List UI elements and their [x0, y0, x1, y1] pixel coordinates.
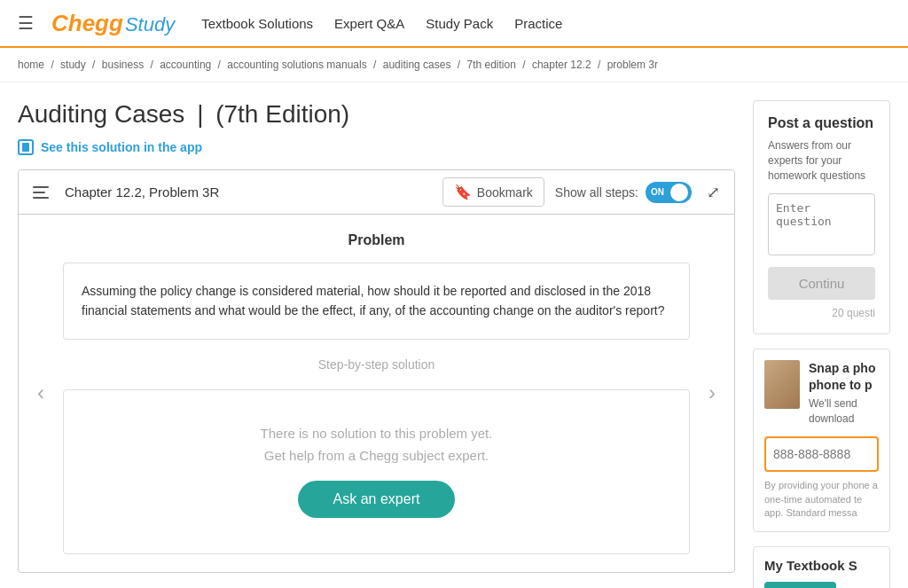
problem-box: Assuming the policy change is considered… [63, 263, 690, 340]
breadcrumb-7th-edition[interactable]: 7th edition [466, 59, 515, 71]
phone-icon [18, 139, 34, 155]
snap-header: Snap a pho phone to p We'll send downloa… [764, 360, 879, 426]
sidebar: Post a question Answers from our experts… [753, 100, 890, 588]
post-question-title: Post a question [768, 115, 875, 131]
next-arrow[interactable]: › [690, 232, 734, 554]
page-title: Auditing Cases | (7th Edition) [18, 100, 735, 129]
snap-card: Snap a pho phone to p We'll send downloa… [753, 349, 890, 531]
show-steps-control: Show all steps: ON [555, 182, 692, 203]
breadcrumb-accounting[interactable]: accounting [160, 59, 211, 71]
prev-arrow[interactable]: ‹ [19, 232, 63, 554]
breadcrumb: home / study / business / accounting / a… [0, 48, 908, 82]
solution-box: There is no solution to this problem yet… [63, 389, 690, 554]
list-icon[interactable] [29, 180, 54, 205]
snap-desc: We'll send download [809, 396, 879, 427]
logo-chegg: Chegg [51, 10, 123, 37]
snap-text-area: Snap a pho phone to p We'll send downloa… [809, 360, 879, 426]
breadcrumb-solutions-manuals[interactable]: accounting solutions manuals [227, 59, 366, 71]
step-solution-label: Step-by-step solution [63, 357, 690, 372]
post-question-card: Post a question Answers from our experts… [753, 100, 890, 334]
get-help-text: Get help from a Chegg subject expert. [82, 448, 671, 463]
toggle-thumb [670, 184, 688, 201]
nav-expert-qa[interactable]: Expert Q&A [334, 16, 404, 31]
main-header: ☰ Chegg Study Textbook Solutions Expert … [0, 0, 908, 48]
breadcrumb-study[interactable]: study [60, 59, 86, 71]
nav-practice[interactable]: Practice [514, 16, 562, 31]
main-nav: Textbook Solutions Expert Q&A Study Pack… [201, 16, 562, 31]
problem-label: Problem [63, 232, 690, 248]
phone-input[interactable] [764, 436, 879, 472]
hamburger-menu[interactable]: ☰ [18, 12, 34, 34]
my-textbook-card: My Textbook S Solutions [753, 546, 890, 588]
problem-text: Assuming the policy change is considered… [82, 281, 671, 321]
continue-button[interactable]: Continu [768, 267, 875, 300]
book-thumbnail [764, 360, 800, 409]
logo-study: Study [125, 13, 175, 36]
questions-note: 20 questi [768, 307, 875, 319]
post-question-subtitle: Answers from our experts for your homewo… [768, 138, 875, 183]
problem-content-area: ‹ Problem Assuming the policy change is … [19, 215, 734, 572]
my-textbook-title: My Textbook S [764, 558, 879, 573]
breadcrumb-home[interactable]: home [18, 59, 44, 71]
problem-inner: Problem Assuming the policy change is co… [63, 232, 690, 554]
expand-icon[interactable]: ⤢ [702, 182, 724, 203]
breadcrumb-problem[interactable]: problem 3r [607, 59, 658, 71]
chapter-info: Chapter 12.2, Problem 3R [65, 184, 432, 200]
app-link[interactable]: See this solution in the app [18, 139, 735, 155]
nav-study-pack[interactable]: Study Pack [426, 16, 493, 31]
solutions-button[interactable]: Solutions [764, 582, 836, 588]
content-area: Auditing Cases | (7th Edition) See this … [18, 100, 735, 588]
problem-viewer: Chapter 12.2, Problem 3R 🔖 Bookmark Show… [18, 169, 735, 573]
no-solution-text: There is no solution to this problem yet… [82, 426, 671, 441]
snap-title: Snap a pho phone to p [809, 360, 879, 392]
viewer-toolbar: Chapter 12.2, Problem 3R 🔖 Bookmark Show… [19, 170, 734, 215]
breadcrumb-chapter[interactable]: chapter 12.2 [532, 59, 591, 71]
bookmark-button[interactable]: 🔖 Bookmark [442, 177, 544, 207]
breadcrumb-business[interactable]: business [102, 59, 144, 71]
bookmark-icon: 🔖 [454, 184, 472, 200]
phone-disclaimer: By providing your phone a one-time autom… [764, 479, 879, 520]
ask-expert-button[interactable]: Ask an expert [298, 481, 456, 518]
question-input[interactable] [768, 193, 875, 255]
nav-textbook-solutions[interactable]: Textbook Solutions [201, 16, 313, 31]
logo[interactable]: Chegg Study [51, 10, 175, 37]
main-container: Auditing Cases | (7th Edition) See this … [0, 82, 908, 588]
toggle-switch[interactable]: ON [646, 182, 692, 203]
breadcrumb-auditing-cases[interactable]: auditing cases [383, 59, 451, 71]
